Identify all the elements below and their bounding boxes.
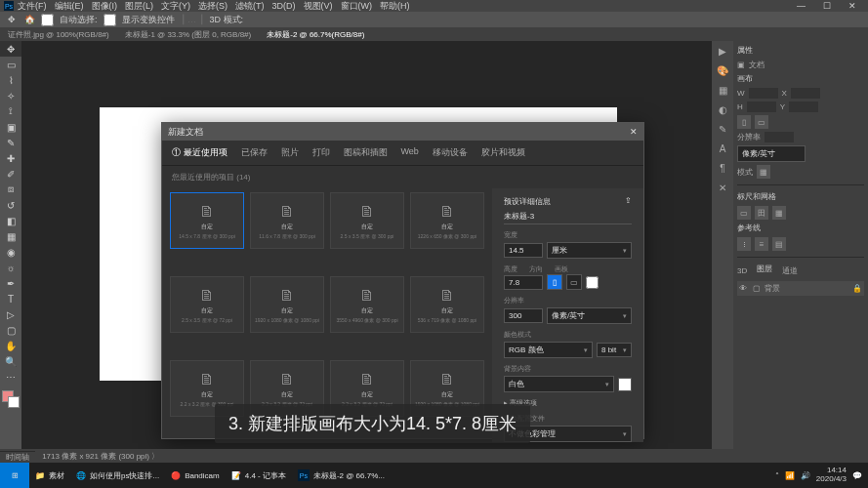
text-tool[interactable]: T <box>0 291 21 306</box>
ruler-btn[interactable]: ▭ <box>737 206 751 220</box>
panel-paragraph-icon[interactable]: ¶ <box>712 158 733 178</box>
taskbar-item-folder[interactable]: 📁素材 <box>29 463 70 488</box>
menu-text[interactable]: 文字(Y) <box>161 0 190 13</box>
panel-adjust-icon[interactable]: ◐ <box>712 100 733 119</box>
menu-select[interactable]: 选择(S) <box>198 0 227 13</box>
start-button[interactable]: ⊞ <box>0 463 29 488</box>
dlg-tab-photo[interactable]: 照片 <box>281 146 299 159</box>
artboard-checkbox[interactable] <box>586 276 599 289</box>
height-input[interactable] <box>504 275 543 290</box>
preset-item[interactable]: 🗎自定2.5 x 3.5 厘米 @ 300 ppi <box>330 192 404 249</box>
pen-tool[interactable]: ✒ <box>0 275 21 291</box>
home-icon[interactable]: 🏠 <box>23 14 35 25</box>
preset-item[interactable]: 🗎自定1226 x 650 像素 @ 300 ppi <box>410 192 484 249</box>
orient-landscape-btn[interactable]: ▭ <box>755 115 768 129</box>
doc-tab-1[interactable]: 证件照.jpg @ 100%(RGB/8#) <box>0 28 117 41</box>
preset-item[interactable]: 🗎自定3550 x 4960 像素 @ 300 ppi <box>330 276 404 333</box>
tray-wifi-icon[interactable]: 📶 <box>785 471 795 480</box>
dlg-tab-mobile[interactable]: 移动设备 <box>433 146 468 159</box>
res-unit-select[interactable]: 像素/英寸 <box>737 145 806 162</box>
resolution-unit-select[interactable]: 像素/英寸▾ <box>547 307 632 324</box>
auto-select-checkbox[interactable] <box>41 14 54 26</box>
eraser-tool[interactable]: ◧ <box>0 213 21 228</box>
frame-tool[interactable]: ▣ <box>0 119 21 135</box>
grid-btn[interactable]: 田 <box>755 206 768 220</box>
y-input[interactable] <box>789 102 818 112</box>
more-tools[interactable]: ⋯ <box>0 369 21 385</box>
panel-type-icon[interactable]: A <box>712 139 733 158</box>
menu-view[interactable]: 视图(V) <box>304 0 333 13</box>
dlg-tab-saved[interactable]: 已保存 <box>241 146 268 159</box>
dlg-tab-print[interactable]: 打印 <box>312 146 330 159</box>
hand-tool[interactable]: ✋ <box>0 338 21 353</box>
shape-tool[interactable]: ▢ <box>0 322 21 338</box>
panel-tools-icon[interactable]: ✕ <box>712 178 733 197</box>
zoom-tool[interactable]: 🔍 <box>0 353 21 369</box>
properties-tab[interactable]: 属性 <box>737 45 864 56</box>
resolution-input[interactable] <box>765 132 794 142</box>
h-input[interactable] <box>747 102 776 112</box>
menu-edit[interactable]: 编辑(E) <box>55 0 84 13</box>
preset-item[interactable]: 🗎自定11.6 x 7.8 厘米 @ 300 ppi <box>250 192 324 249</box>
tab-3d[interactable]: 3D <box>737 266 747 275</box>
menu-3d[interactable]: 3D(D) <box>272 1 296 11</box>
tab-layers[interactable]: 图层 <box>757 264 772 274</box>
width-input[interactable] <box>504 243 543 258</box>
menu-help[interactable]: 帮助(H) <box>380 0 410 13</box>
taskbar-item-browser[interactable]: 🌐如何使用ps快速排... <box>70 463 165 488</box>
wand-tool[interactable]: ✧ <box>0 88 21 103</box>
taskbar-item-ps[interactable]: Ps未标题-2 @ 66.7%... <box>292 463 391 488</box>
preset-item[interactable]: 🗎自定1920 x 1080 像素 @ 1080 ppi <box>250 276 324 333</box>
eye-icon[interactable]: 👁 <box>739 284 749 294</box>
preset-item[interactable]: 🗎自定14.5 x 7.8 厘米 @ 300 ppi <box>170 192 244 249</box>
orient-landscape[interactable]: ▭ <box>566 274 582 290</box>
width-unit-select[interactable]: 厘米▾ <box>547 242 632 259</box>
dlg-tab-recent[interactable]: ① 最近使用项 <box>172 146 227 159</box>
move-tool[interactable]: ✥ <box>0 41 21 57</box>
tray-notification-icon[interactable]: 💬 <box>852 471 862 480</box>
save-preset-icon[interactable]: ⇪ <box>625 196 632 207</box>
dodge-tool[interactable]: ☼ <box>0 260 21 275</box>
guide3-btn[interactable]: ▤ <box>772 237 786 251</box>
menu-layer[interactable]: 图层(L) <box>125 0 153 13</box>
background-color[interactable] <box>8 396 20 408</box>
bg-select[interactable]: 白色▾ <box>504 376 614 392</box>
doc-tab-3[interactable]: 未标题-2 @ 66.7%(RGB/8#) <box>259 28 372 41</box>
panel-play-icon[interactable]: ▶ <box>712 41 733 61</box>
history-brush-tool[interactable]: ↺ <box>0 197 21 213</box>
preset-item[interactable]: 🗎自定536 x 719 像素 @ 1080 ppi <box>410 276 484 333</box>
window-close[interactable]: ✕ <box>848 1 856 11</box>
menu-image[interactable]: 图像(I) <box>92 0 118 13</box>
dlg-tab-film[interactable]: 胶片和视频 <box>481 146 525 159</box>
tray-clock[interactable]: 14:14 2020/4/3 <box>816 467 847 484</box>
doc-tab-2[interactable]: 未标题-1 @ 33.3% (图层 0, RGB/8#) <box>117 28 260 41</box>
show-transform-checkbox[interactable] <box>103 14 116 26</box>
guide1-btn[interactable]: ⫶ <box>737 237 751 251</box>
tab-channels[interactable]: 通道 <box>782 265 798 276</box>
taskbar-item-bandicam[interactable]: 🔴Bandicam <box>165 463 226 488</box>
eyedropper-tool[interactable]: ✎ <box>0 135 21 150</box>
dlg-tab-art[interactable]: 图稿和插图 <box>344 146 388 159</box>
brush-tool[interactable]: ✐ <box>0 166 21 182</box>
dialog-close-button[interactable]: ✕ <box>630 127 638 137</box>
stamp-tool[interactable]: ⧇ <box>0 182 21 197</box>
blur-tool[interactable]: ◉ <box>0 244 21 260</box>
timeline-tab[interactable]: 时间轴 <box>0 451 35 463</box>
w-input[interactable] <box>749 88 778 99</box>
gradient-tool[interactable]: ▦ <box>0 228 21 244</box>
x-input[interactable] <box>791 88 820 99</box>
window-maximize[interactable]: ☐ <box>823 1 831 11</box>
panel-brush-icon[interactable]: ✎ <box>712 119 733 139</box>
tray-sound-icon[interactable]: 🔊 <box>801 471 810 480</box>
resolution-input[interactable] <box>504 308 543 323</box>
path-select-tool[interactable]: ▷ <box>0 306 21 322</box>
preset-item[interactable]: 🗎自定2.5 x 3.5 厘米 @ 72 ppi <box>170 276 244 333</box>
orient-portrait[interactable]: ▯ <box>547 274 562 290</box>
taskbar-item-notepad[interactable]: 📝4.4 - 记事本 <box>226 463 292 488</box>
lasso-tool[interactable]: ⌇ <box>0 72 21 88</box>
color-mode-select[interactable]: RGB 颜色▾ <box>504 342 593 358</box>
marquee-tool[interactable]: ▭ <box>0 57 21 72</box>
layer-row-bg[interactable]: 👁 ▢ 背景 🔒 <box>737 281 864 296</box>
menu-window[interactable]: 窗口(W) <box>341 0 373 13</box>
panel-color-icon[interactable]: 🎨 <box>712 61 733 80</box>
